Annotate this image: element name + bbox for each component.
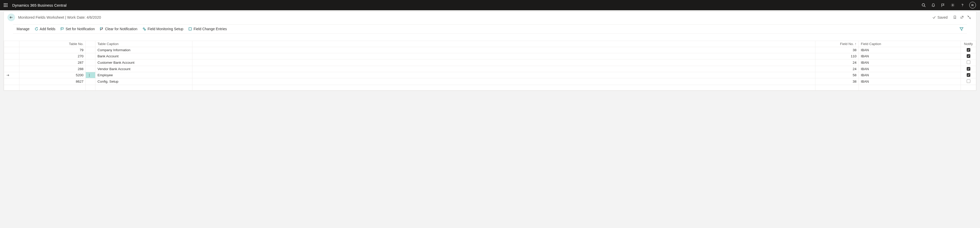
col-table-no[interactable]: Table No.: [19, 41, 86, 47]
manage-label: Manage: [17, 27, 30, 31]
cell-field-caption[interactable]: IBAN: [859, 72, 961, 78]
refresh-icon: [35, 27, 38, 31]
help-icon[interactable]: [958, 0, 967, 10]
table-row[interactable]: 5200Employee58IBAN: [4, 72, 976, 78]
table-row[interactable]: 270Bank Account110IBAN: [4, 53, 976, 59]
row-selector[interactable]: [4, 53, 19, 59]
back-button[interactable]: [7, 14, 15, 21]
change-entries-label: Field Change Entries: [193, 27, 227, 31]
checkbox-icon[interactable]: [967, 60, 970, 64]
svg-rect-8: [6, 6, 7, 7]
row-selector[interactable]: [4, 66, 19, 72]
row-selector[interactable]: [4, 78, 19, 85]
avatar-initials: IK: [971, 3, 974, 6]
cell-notify[interactable]: [961, 47, 976, 53]
saved-label: Saved: [937, 15, 948, 19]
cell-table-no[interactable]: 270: [19, 53, 86, 59]
add-fields-action[interactable]: Add fields: [35, 27, 56, 31]
row-menu-icon[interactable]: [86, 53, 95, 59]
table-row-empty[interactable]: [4, 85, 976, 91]
row-selector[interactable]: [4, 47, 19, 53]
svg-point-24: [143, 28, 145, 29]
cell-field-caption[interactable]: IBAN: [859, 53, 961, 59]
check-icon: [932, 16, 936, 19]
bookmark-icon[interactable]: [951, 15, 958, 19]
cell-table-no[interactable]: 288: [19, 66, 86, 72]
cell-table-no[interactable]: 8627: [19, 78, 86, 85]
checkbox-icon[interactable]: [967, 48, 970, 52]
row-menu-icon[interactable]: [86, 72, 95, 78]
search-icon[interactable]: [919, 0, 928, 10]
svg-rect-0: [4, 3, 5, 4]
flag-icon[interactable]: [938, 0, 948, 10]
monitoring-setup-label: Field Monitoring Setup: [148, 27, 183, 31]
cell-field-no[interactable]: 58: [815, 72, 859, 78]
col-field-caption[interactable]: Field Caption: [859, 41, 961, 47]
svg-rect-19: [61, 27, 63, 29]
cell-table-caption[interactable]: Bank Account: [95, 53, 192, 59]
cell-field-caption[interactable]: IBAN: [859, 66, 961, 72]
setup-icon: [142, 27, 146, 31]
cell-field-caption[interactable]: IBAN: [859, 59, 961, 66]
change-entries-action[interactable]: Field Change Entries: [188, 27, 227, 31]
cell-notify[interactable]: [961, 66, 976, 72]
popout-icon[interactable]: [958, 15, 966, 19]
actionbar: Manage Add fields Set for Notification C…: [13, 24, 967, 34]
svg-rect-4: [5, 5, 6, 6]
collapse-icon[interactable]: [966, 15, 973, 19]
manage-action[interactable]: Manage: [17, 27, 30, 31]
checkbox-icon[interactable]: [967, 79, 970, 83]
cell-field-caption[interactable]: IBAN: [859, 78, 961, 85]
cell-table-no[interactable]: 287: [19, 59, 86, 66]
filter-icon[interactable]: [959, 27, 963, 31]
cell-table-no[interactable]: 79: [19, 47, 86, 53]
cell-table-caption[interactable]: Vendor Bank Account: [95, 66, 192, 72]
row-menu-icon[interactable]: [86, 47, 95, 53]
cell-table-caption[interactable]: Customer Bank Account: [95, 59, 192, 66]
checkbox-icon[interactable]: [967, 67, 970, 71]
cell-notify[interactable]: [961, 72, 976, 78]
brand-title: Dynamics 365 Business Central: [12, 3, 67, 7]
flag-clear-icon: [100, 27, 103, 31]
row-menu-icon[interactable]: [86, 78, 95, 85]
row-menu-icon[interactable]: [86, 66, 95, 72]
svg-point-25: [145, 29, 146, 31]
saved-indicator: Saved: [932, 15, 948, 19]
table-row[interactable]: 288Vendor Bank Account24IBAN: [4, 66, 976, 72]
checkbox-icon[interactable]: [967, 54, 970, 58]
row-menu-icon[interactable]: [86, 59, 95, 66]
table-row[interactable]: 8627Config. Setup38IBAN: [4, 78, 976, 85]
set-notification-label: Set for Notification: [65, 27, 95, 31]
cell-field-caption[interactable]: IBAN: [859, 47, 961, 53]
cell-table-caption[interactable]: Config. Setup: [95, 78, 192, 85]
checkbox-icon[interactable]: [967, 73, 970, 77]
app-launcher-icon[interactable]: [2, 2, 9, 9]
cell-table-no[interactable]: 5200: [19, 72, 86, 78]
row-selector[interactable]: [4, 72, 19, 78]
clear-notification-action[interactable]: Clear for Notification: [100, 27, 137, 31]
cell-table-caption[interactable]: Employee: [95, 72, 192, 78]
col-notify[interactable]: Notify: [961, 41, 976, 47]
cell-field-no[interactable]: 38: [815, 47, 859, 53]
notifications-icon[interactable]: [928, 0, 938, 10]
grid: Table No. Table Caption Field No. ↑ Fiel…: [4, 41, 976, 91]
cell-notify[interactable]: [961, 59, 976, 66]
monitoring-setup-action[interactable]: Field Monitoring Setup: [142, 27, 183, 31]
cell-notify[interactable]: [961, 78, 976, 85]
page: Monitored Fields Worksheet | Work Date: …: [3, 11, 977, 91]
cell-field-no[interactable]: 24: [815, 59, 859, 66]
col-field-no[interactable]: Field No. ↑: [815, 41, 859, 47]
cell-table-caption[interactable]: Company Information: [95, 47, 192, 53]
clear-notification-label: Clear for Notification: [105, 27, 137, 31]
avatar[interactable]: IK: [969, 2, 976, 8]
row-selector[interactable]: [4, 59, 19, 66]
table-row[interactable]: 79Company Information38IBAN: [4, 47, 976, 53]
cell-field-no[interactable]: 110: [815, 53, 859, 59]
cell-notify[interactable]: [961, 53, 976, 59]
set-notification-action[interactable]: Set for Notification: [60, 27, 95, 31]
gear-icon[interactable]: [948, 0, 958, 10]
table-row[interactable]: 287Customer Bank Account24IBAN: [4, 59, 976, 66]
col-table-caption[interactable]: Table Caption: [95, 41, 192, 47]
cell-field-no[interactable]: 38: [815, 78, 859, 85]
cell-field-no[interactable]: 24: [815, 66, 859, 72]
